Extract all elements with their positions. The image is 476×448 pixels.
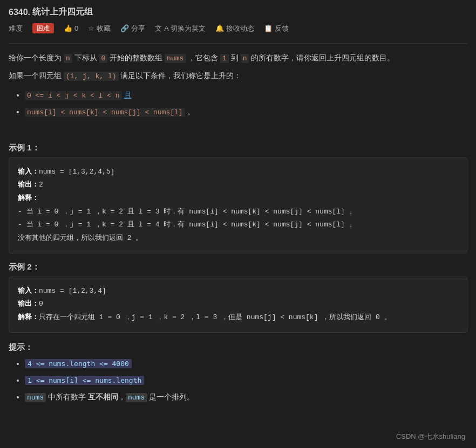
hint-item-3: nums 中所有数字 互不相同，nums 是一个排列。: [25, 390, 467, 404]
condition-1-highlight: 且: [124, 91, 132, 99]
hint-range-2: 1 <= nums[i] <= nums.length: [25, 376, 144, 385]
title-bar: 6340. 统计上升四元组: [9, 6, 467, 18]
translate-icon: 文: [155, 24, 162, 33]
example1-output-value: 2: [39, 181, 43, 189]
like-button[interactable]: 👍 0: [64, 24, 78, 32]
example1-output: 输出：2: [18, 178, 458, 192]
translate-label: A 切换为英文: [164, 24, 206, 33]
hints-title: 提示：: [9, 342, 467, 353]
var-nums: nums: [165, 54, 186, 63]
hint-range-1: 4 <= nums.length <= 4000: [25, 359, 132, 368]
divider: [9, 43, 467, 44]
example2-box: 输入：nums = [1,2,3,4] 输出：0 解释：只存在一个四元组 i =…: [9, 277, 467, 333]
feedback-icon: 📋: [264, 24, 273, 32]
example1-explain-line2: - 当 i = 0 ，j = 1 ，k = 2 且 l = 4 时，有 nums…: [18, 218, 458, 232]
example1-explain-line3: 没有其他的四元组，所以我们返回 2 。: [18, 232, 458, 245]
translate-button[interactable]: 文 A 切换为英文: [155, 24, 206, 33]
share-label: 分享: [131, 24, 145, 33]
var-1: 1: [220, 54, 229, 63]
like-count: 0: [74, 24, 78, 32]
example2-explain-line: 只存在一个四元组 i = 0 ，j = 1 ，k = 2 ，l = 3 ，但是 …: [39, 313, 391, 321]
condition-2-code: nums[i] < nums[k] < nums[j] < nums[l]: [25, 108, 185, 117]
hint-list: 4 <= nums.length <= 4000 1 <= nums[i] <=…: [9, 357, 467, 404]
hints-section: 提示： 4 <= nums.length <= 4000 1 <= nums[i…: [9, 342, 467, 404]
example2-explain: 解释：只存在一个四元组 i = 0 ，j = 1 ，k = 2 ，l = 3 ，…: [18, 311, 458, 325]
example2-input: 输入：nums = [1,2,3,4]: [18, 285, 458, 298]
condition-1: 0 <= i < j < k < l < n 且: [25, 88, 467, 102]
spacer: [9, 126, 467, 134]
var-tuple: (i, j, k, l): [64, 72, 119, 81]
bell-icon: 🔔: [215, 24, 224, 32]
example2-output-label: 输出：: [18, 300, 39, 308]
desc-line2: 如果一个四元组 (i, j, k, l) 满足以下条件，我们称它是上升的：: [9, 69, 467, 82]
example2-input-label: 输入：: [18, 287, 39, 295]
hint-nums2: nums: [126, 393, 147, 402]
difficulty-label: 难度: [9, 24, 23, 33]
feedback-label: 反馈: [275, 24, 289, 33]
example1-explain-line1: - 当 i = 0 ，j = 1 ，k = 2 且 l = 3 时，有 nums…: [18, 205, 458, 219]
example2-explain-label: 解释：: [18, 313, 39, 321]
example1-explain-label: 解释：: [18, 192, 458, 205]
example2-title: 示例 2：: [9, 262, 467, 272]
example1-box: 输入：nums = [1,3,2,4,5] 输出：2 解释： - 当 i = 0…: [9, 157, 467, 253]
page-container: 6340. 统计上升四元组 难度 困难 👍 0 ☆ 收藏 🔗 分享 文 A 切换…: [0, 0, 476, 414]
collect-button[interactable]: ☆ 收藏: [88, 24, 111, 33]
problem-title: 统计上升四元组: [32, 6, 93, 18]
share-button[interactable]: 🔗 分享: [120, 24, 145, 33]
example1-input-label: 输入：: [18, 168, 39, 176]
feedback-button[interactable]: 📋 反馈: [264, 24, 289, 33]
condition-list: 0 <= i < j < k < l < n 且 nums[i] < nums[…: [9, 88, 467, 119]
meta-bar: 难度 困难 👍 0 ☆ 收藏 🔗 分享 文 A 切换为英文 🔔 接收动态 📋 反…: [9, 23, 467, 33]
desc-line1: 给你一个长度为 n 下标从 0 开始的整数数组 nums ，它包含 1 到 n …: [9, 51, 467, 65]
hint-item-1: 4 <= nums.length <= 4000: [25, 357, 467, 370]
hint-item-2: 1 <= nums[i] <= nums.length: [25, 374, 467, 387]
example1-title: 示例 1：: [9, 143, 467, 153]
example1-explain-bold: 解释：: [18, 194, 39, 202]
hint-unique: 互不相同: [88, 392, 118, 401]
notify-button[interactable]: 🔔 接收动态: [215, 24, 254, 33]
example2-output: 输出：0: [18, 298, 458, 311]
example2-input-value: nums = [1,2,3,4]: [39, 287, 106, 295]
var-n: n: [64, 54, 72, 63]
example1-output-label: 输出：: [18, 181, 39, 189]
footer-brand: CSDN @七水shuliang: [396, 432, 465, 442]
hint-nums: nums: [25, 393, 46, 402]
problem-description: 给你一个长度为 n 下标从 0 开始的整数数组 nums ，它包含 1 到 n …: [9, 51, 467, 83]
collect-label: 收藏: [97, 24, 111, 33]
difficulty-badge: 困难: [32, 23, 54, 33]
example1-input: 输入：nums = [1,3,2,4,5]: [18, 166, 458, 179]
example1-input-value: nums = [1,3,2,4,5]: [39, 168, 114, 176]
star-icon: ☆: [88, 24, 94, 32]
example2-output-value: 0: [39, 300, 43, 308]
notify-label: 接收动态: [226, 24, 254, 33]
var-n2: n: [241, 54, 249, 63]
share-icon: 🔗: [120, 24, 129, 32]
condition-2: nums[i] < nums[k] < nums[j] < nums[l] 。: [25, 105, 467, 119]
condition-1-code: 0 <= i < j < k < l < n: [25, 91, 122, 100]
like-icon: 👍: [64, 24, 72, 32]
var-0: 0: [99, 54, 107, 63]
problem-number: 6340.: [9, 8, 30, 17]
